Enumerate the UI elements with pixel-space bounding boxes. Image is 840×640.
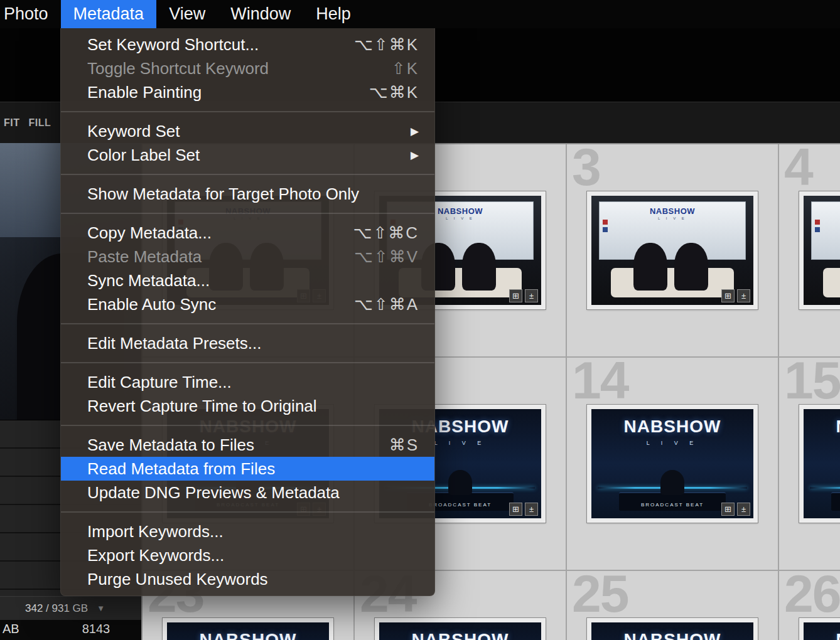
nabshow-logo-text: NABSHOW: [600, 206, 745, 216]
menu-item-label: Read Metadata from Files: [87, 459, 275, 479]
menu-item-purge-unused-keywords[interactable]: Purge Unused Keywords: [61, 567, 434, 591]
light-streak: [810, 487, 840, 489]
dropdown-triangle-icon: ▼: [97, 604, 105, 613]
nabshow-logo-text: NABSHOW: [804, 630, 840, 640]
cell-index-number: 14: [572, 354, 628, 407]
live-label: L I V E: [591, 440, 753, 446]
develop-badge-icon[interactable]: ±: [525, 503, 538, 516]
photo-thumbnail[interactable]: NABSHOWL I V EBROADCAST BEAT⊞±: [587, 618, 758, 640]
menu-separator: [61, 111, 434, 112]
nabshow-logo-text: NABSHOW: [167, 630, 329, 640]
storage-indicator[interactable]: 342 / 931 GB ▼: [0, 596, 141, 620]
develop-badge-icon[interactable]: ±: [737, 503, 750, 516]
grid-cell-4[interactable]: 4NABSHOWL I V E⊞±: [779, 144, 840, 358]
stage-screen: NABSHOWL I V E: [600, 202, 745, 259]
grid-cell-14[interactable]: 14NABSHOWL I V EBROADCAST BEAT⊞±: [567, 358, 779, 571]
broadcast-beat-label: BROADCAST BEAT: [804, 502, 840, 508]
menu-item-label: Enable Painting: [87, 83, 202, 102]
grid-cell-25[interactable]: 25NABSHOWL I V EBROADCAST BEAT⊞±: [567, 571, 779, 640]
couch-shape: [823, 268, 840, 297]
fit-button[interactable]: FIT: [4, 117, 20, 129]
photo-image: NABSHOWL I V EBROADCAST BEAT⊞±: [167, 622, 329, 640]
metadata-menu: Set Keyword Shortcut...⌥⇧⌘KToggle Shortc…: [60, 28, 435, 596]
menubar-item-photo[interactable]: Photo: [0, 0, 61, 28]
menu-item-label: Enable Auto Sync: [87, 295, 216, 314]
menu-item-read-metadata-from-files[interactable]: Read Metadata from Files: [61, 457, 434, 481]
menu-item-set-keyword-shortcut[interactable]: Set Keyword Shortcut...⌥⇧⌘K: [61, 33, 434, 56]
menu-separator: [61, 425, 434, 426]
menu-item-enable-painting[interactable]: Enable Painting⌥⌘K: [61, 80, 434, 104]
menu-item-shortcut: ⌥⇧⌘V: [354, 247, 419, 267]
social-icon: [603, 227, 608, 232]
menu-item-label: Revert Capture Time to Original: [87, 397, 317, 416]
menu-item-keyword-set[interactable]: Keyword Set▶: [61, 119, 434, 143]
develop-badge-icon[interactable]: ±: [737, 289, 750, 302]
person-silhouette: [660, 470, 685, 495]
grid-cell-15[interactable]: 15NABSHOWL I V EBROADCAST BEAT⊞±: [779, 358, 840, 571]
menu-item-label: Color Label Set: [87, 146, 200, 165]
menu-item-show-metadata-for-target-photo-only[interactable]: Show Metadata for Target Photo Only: [61, 182, 434, 206]
photo-image: NABSHOWL I V E⊞±: [804, 196, 840, 305]
photo-thumbnail[interactable]: NABSHOWL I V EBROADCAST BEAT⊞±: [375, 618, 546, 640]
nabshow-logo-text: NABSHOW: [591, 630, 753, 640]
photo-thumbnail[interactable]: NABSHOWL I V EBROADCAST BEAT⊞±: [587, 405, 758, 523]
fill-button[interactable]: FILL: [29, 117, 51, 129]
menu-item-edit-capture-time[interactable]: Edit Capture Time...: [61, 370, 434, 394]
menubar-item-metadata[interactable]: Metadata: [61, 0, 157, 28]
photo-thumbnail[interactable]: NABSHOWL I V E⊞±: [799, 191, 840, 309]
submenu-arrow-icon: ▶: [411, 149, 419, 162]
photo-image: NABSHOWL I V EBROADCAST BEAT⊞±: [591, 409, 753, 518]
develop-badge-icon[interactable]: ±: [525, 289, 538, 302]
menu-separator: [61, 511, 434, 513]
filmstrip-label: AB: [3, 622, 19, 636]
grid-cell-26[interactable]: 26NABSHOWL I V EBROADCAST BEAT⊞±: [779, 571, 840, 640]
keyword-badge-icon[interactable]: ⊞: [509, 289, 522, 302]
menu-item-revert-capture-time-to-original[interactable]: Revert Capture Time to Original: [61, 394, 434, 418]
photo-image: NABSHOWL I V EBROADCAST BEAT⊞±: [804, 622, 840, 640]
menu-item-sync-metadata[interactable]: Sync Metadata...: [61, 269, 434, 292]
menu-item-copy-metadata[interactable]: Copy Metadata...⌥⇧⌘C: [61, 221, 434, 245]
stage-screen: NABSHOWL I V E: [812, 202, 840, 259]
lightroom-app: FIT FILL NABSHOWL I V E⊞±NABSHOWL I V E⊞…: [0, 0, 840, 640]
menu-item-import-keywords[interactable]: Import Keywords...: [61, 520, 434, 543]
photo-count: 8143: [82, 622, 110, 636]
menu-item-label: Copy Metadata...: [87, 223, 212, 243]
menu-item-shortcut: ⇧K: [392, 59, 419, 78]
menubar-item-help[interactable]: Help: [303, 0, 363, 28]
filmstrip-bar: AB 8143: [0, 620, 141, 640]
menu-item-label: Update DNG Previews & Metadata: [87, 483, 340, 503]
menu-separator: [61, 323, 434, 324]
menu-item-export-keywords[interactable]: Export Keywords...: [61, 543, 434, 567]
keyword-badge-icon[interactable]: ⊞: [721, 289, 735, 302]
menu-item-label: Paste Metadata: [87, 247, 202, 267]
menu-item-label: Show Metadata for Target Photo Only: [87, 184, 359, 204]
menu-item-edit-metadata-presets[interactable]: Edit Metadata Presets...: [61, 331, 434, 355]
menu-item-shortcut: ⌥⇧⌘A: [354, 295, 419, 314]
keyword-badge-icon[interactable]: ⊞: [509, 503, 522, 516]
menu-item-label: Toggle Shortcut Keyword: [87, 59, 269, 78]
person-silhouette: [448, 470, 473, 495]
photo-image: NABSHOWL I V EBROADCAST BEAT⊞±: [379, 622, 541, 640]
keyword-badge-icon[interactable]: ⊞: [721, 503, 735, 516]
photo-thumbnail[interactable]: NABSHOWL I V EBROADCAST BEAT⊞±: [799, 405, 840, 523]
nabshow-logo-text: NABSHOW: [804, 417, 840, 437]
photo-thumbnail[interactable]: NABSHOWL I V EBROADCAST BEAT⊞±: [163, 618, 333, 640]
photo-thumbnail[interactable]: NABSHOWL I V E⊞±: [587, 191, 758, 309]
menu-separator: [61, 362, 434, 363]
menu-item-enable-auto-sync[interactable]: Enable Auto Sync⌥⇧⌘A: [61, 292, 434, 316]
menubar-item-view[interactable]: View: [156, 0, 218, 28]
menu-item-label: Edit Capture Time...: [87, 373, 232, 392]
cell-index-number: 15: [784, 354, 840, 407]
photo-thumbnail[interactable]: NABSHOWL I V EBROADCAST BEAT⊞±: [799, 618, 840, 640]
menu-bar: PhotoMetadataViewWindowHelp: [0, 0, 840, 28]
menu-item-color-label-set[interactable]: Color Label Set▶: [61, 143, 434, 167]
nabshow-logo-text: NABSHOW: [812, 206, 840, 216]
menu-item-shortcut: ⌘S: [389, 435, 419, 455]
grid-cell-3[interactable]: 3NABSHOWL I V E⊞±: [567, 144, 779, 358]
live-label: L I V E: [804, 440, 840, 446]
menu-item-shortcut: ⌥⇧⌘K: [354, 35, 419, 55]
menu-item-paste-metadata: Paste Metadata⌥⇧⌘V: [61, 245, 434, 269]
menubar-item-window[interactable]: Window: [218, 0, 303, 28]
menu-item-update-dng-previews-metadata[interactable]: Update DNG Previews & Metadata: [61, 481, 434, 504]
menu-item-save-metadata-to-files[interactable]: Save Metadata to Files⌘S: [61, 433, 434, 457]
